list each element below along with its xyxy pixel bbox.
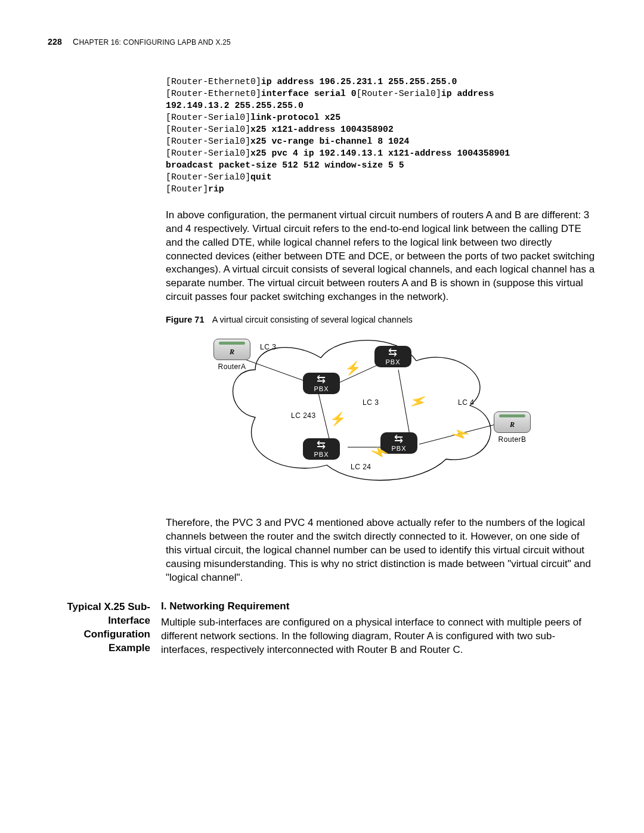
main-content: [Router-Ethernet0]ip address 196.25.231.… xyxy=(166,76,596,585)
lc-label: LC 4 xyxy=(458,398,474,407)
router-a-label: RouterA xyxy=(213,363,250,371)
page-number: 228 xyxy=(48,37,62,47)
chapter-title: CHAPTER 16: CONFIGURING LAPB AND X.25 xyxy=(73,37,231,47)
router-b-label: RouterB xyxy=(494,435,531,444)
router-b: RouterB xyxy=(494,411,531,444)
page: 228 CHAPTER 16: CONFIGURING LAPB AND X.2… xyxy=(0,0,644,693)
pbx-icon: ⇆PBX xyxy=(374,346,411,367)
pbx-3: ⇆PBX xyxy=(303,438,340,460)
router-icon xyxy=(213,339,250,360)
paragraph-2: Therefore, the PVC 3 and PVC 4 mentioned… xyxy=(166,516,596,585)
diagram: RouterA RouterB ⇆PBX ⇆PBX ⇆PBX xyxy=(196,328,530,495)
section-body: I. Networking Requirement Multiple sub-i… xyxy=(161,600,596,657)
figure-caption-text: A virtual circuit consisting of several … xyxy=(212,315,413,324)
figure-71: RouterA RouterB ⇆PBX ⇆PBX ⇆PBX xyxy=(196,328,530,495)
router-icon xyxy=(494,411,531,433)
section-subheading: I. Networking Requirement xyxy=(161,600,596,612)
bolt-icon: ⚡ xyxy=(345,361,361,376)
pbx-icon: ⇆PBX xyxy=(303,438,340,460)
section-paragraph: Multiple sub-interfaces are configured o… xyxy=(161,616,596,657)
figure-label: Figure 71 xyxy=(166,315,204,324)
page-header: 228 CHAPTER 16: CONFIGURING LAPB AND X.2… xyxy=(48,37,596,47)
pbx-1: ⇆PBX xyxy=(303,373,340,394)
lc-label: LC 243 xyxy=(291,411,316,420)
svg-line-1 xyxy=(318,391,330,441)
lc-label: LC 24 xyxy=(351,463,371,471)
lc-label: LC 3 xyxy=(363,398,379,407)
pbx-icon: ⇆PBX xyxy=(303,373,340,394)
router-a: RouterA xyxy=(213,339,250,371)
paragraph-1: In above configuration, the permanent vi… xyxy=(166,209,596,305)
lc-label: LC 3 xyxy=(260,343,276,351)
code-block: [Router-Ethernet0]ip address 196.25.231.… xyxy=(166,76,596,196)
figure-caption: Figure 71 A virtual circuit consisting o… xyxy=(166,315,596,324)
pbx-2: ⇆PBX xyxy=(374,346,411,367)
bolt-icon: ⚡ xyxy=(330,411,346,427)
section-typical-x25: Typical X.25 Sub-Interface Configuration… xyxy=(48,600,596,657)
section-side-heading: Typical X.25 Sub-Interface Configuration… xyxy=(48,600,161,655)
